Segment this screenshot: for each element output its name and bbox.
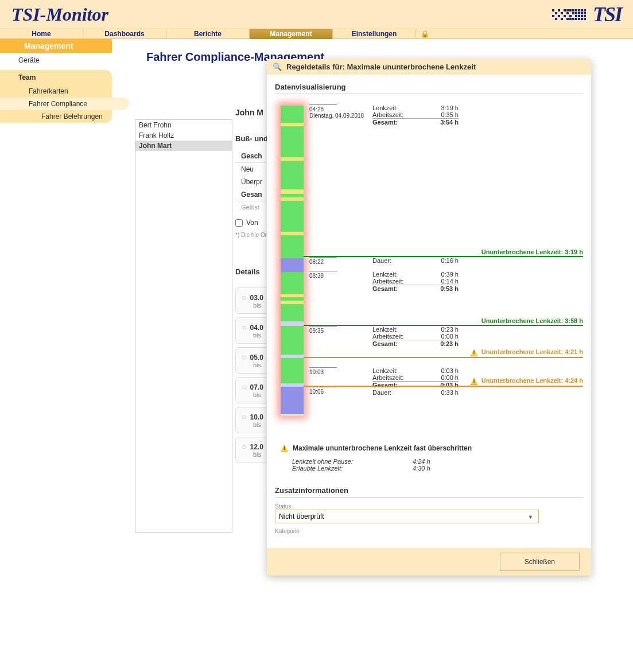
checkbox-von[interactable] — [235, 219, 243, 227]
checkbox-label: Von — [246, 219, 258, 227]
sidebar: Management Geräte Team Fahrerkarten Fahr… — [0, 39, 112, 670]
radio-icon: ○ — [242, 442, 246, 451]
viz-section-title: Datenvisualisierung — [275, 83, 583, 94]
lock-icon[interactable]: 🔒 — [416, 30, 434, 38]
driver-row[interactable]: Bert Frohn — [135, 120, 232, 130]
visualization: 04:28 Dienstag, 04.09.2018 08:22 08:38 0… — [275, 100, 583, 433]
modal-header: 🔍 Regeldetails für: Maximale ununterbroc… — [267, 59, 591, 75]
warning-icon: ! — [471, 349, 478, 356]
detail-date: 07.0 — [250, 383, 263, 391]
sidebar-group-team-title[interactable]: Team — [0, 70, 112, 85]
detail-date: 03.0 — [250, 294, 263, 302]
info-block: Dauer:0:33 h — [372, 389, 459, 396]
marker-line — [304, 386, 583, 387]
driver-list[interactable]: Bert Frohn Frank Holtz John Mart — [135, 119, 232, 533]
rule-details-modal: 🔍 Regeldetails für: Maximale ununterbroc… — [267, 59, 591, 576]
modal-body[interactable]: Datenvisualisierung — [267, 75, 591, 548]
nav-management[interactable]: Management — [250, 29, 333, 39]
detail-date: 04.0 — [250, 324, 263, 332]
sidebar-sub-compliance[interactable]: Fahrer Compliance — [0, 98, 129, 110]
radio-icon: ○ — [242, 323, 246, 332]
detail-date: 12.0 — [250, 443, 263, 451]
warning-icon: ! — [281, 445, 288, 452]
search-icon: 🔍 — [273, 63, 282, 71]
main-nav: Home Dashboards Berichte Management Eins… — [0, 29, 633, 39]
radio-icon: ○ — [242, 293, 246, 302]
sidebar-sub-cards[interactable]: Fahrerkarten — [0, 85, 112, 98]
detail-date: 05.0 — [250, 354, 263, 362]
sidebar-group-team: Team Fahrerkarten Fahrer Compliance Fahr… — [0, 70, 112, 123]
modal-footer: Schließen — [267, 548, 591, 576]
radio-icon: ○ — [242, 412, 246, 421]
warning-summary: ! Maximale ununterbrochene Lenkzeit fast… — [281, 444, 583, 472]
time-tick: 04:28 Dienstag, 04.09.2018 — [309, 104, 337, 119]
sidebar-title: Management — [0, 39, 112, 53]
info-block: Lenkzeit:3:19 h Arbeitszeit:0:35 h Gesam… — [372, 104, 459, 126]
nav-dashboards[interactable]: Dashboards — [83, 29, 166, 39]
info-block: Lenkzeit:0:39 h Arbeitszeit:0:14 h Gesam… — [372, 271, 459, 292]
content-area: Fahrer Compliance-Management Bert Frohn … — [112, 39, 633, 670]
extra-section-title: Zusatzinformationen — [275, 486, 583, 498]
detail-date: 10.0 — [250, 413, 263, 421]
sidebar-item-devices[interactable]: Geräte — [0, 53, 112, 68]
time-tick: 09:35 — [309, 326, 337, 334]
driver-row[interactable]: Frank Holtz — [135, 130, 232, 141]
marker-text: ! Ununterbrochene Lenkzeit: 4:24 h — [471, 377, 583, 386]
time-tick: 10:06 — [309, 387, 337, 395]
modal-title: Regeldetails für: Maximale ununterbroche… — [286, 63, 476, 71]
info-block: Dauer:0:16 h — [372, 257, 459, 264]
marker-text: ! Ununterbrochene Lenkzeit: 4:21 h — [471, 348, 583, 357]
status-select[interactable]: Nicht überprüft — [275, 510, 539, 523]
driver-row[interactable]: John Mart — [135, 141, 232, 151]
app-header: TSI-Monitor TSI — [0, 0, 633, 29]
marker-line — [304, 357, 583, 358]
nav-settings[interactable]: Einstellungen — [333, 29, 416, 39]
sidebar-sub-training[interactable]: Fahrer Belehrungen — [0, 110, 112, 123]
warning-icon: ! — [471, 378, 478, 385]
category-label: Kategorie — [275, 528, 583, 534]
status-label: Status — [275, 503, 583, 510]
close-button[interactable]: Schließen — [500, 553, 580, 571]
marker-text: Ununterbrochene Lenkzeit: 3:19 h — [481, 248, 583, 256]
tsi-logo: TSI — [552, 2, 622, 26]
radio-icon: ○ — [242, 382, 246, 391]
nav-reports[interactable]: Berichte — [166, 29, 250, 39]
info-block: Lenkzeit:0:23 h Arbeitszeit:0:00 h Gesam… — [372, 326, 459, 347]
radio-icon: ○ — [242, 352, 246, 362]
time-tick: 08:38 — [309, 271, 337, 279]
time-tick: 10:03 — [309, 367, 337, 375]
marker-line — [304, 325, 583, 326]
marker-text: Ununterbrochene Lenkzeit: 3:58 h — [481, 317, 583, 325]
time-tick: 08:22 — [309, 257, 337, 265]
marker-line — [304, 256, 583, 257]
nav-home[interactable]: Home — [0, 29, 83, 39]
app-title: TSI-Monitor — [11, 4, 108, 25]
activity-bar — [281, 106, 304, 415]
